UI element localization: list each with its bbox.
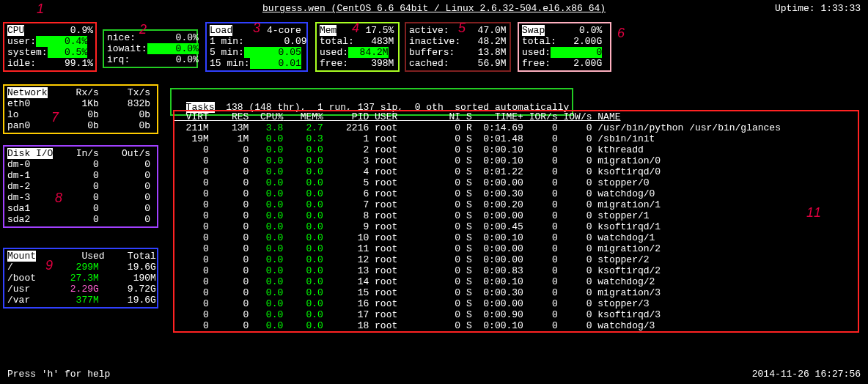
process-row[interactable]: 0 0 0.0 0.0 10 root 0 S 0:00.10 0 0 watc…: [174, 232, 858, 243]
uptime: Uptime: 1:33:33: [775, 3, 861, 14]
annotation-6: 6: [617, 26, 625, 41]
disk-row: dm-1 0 0: [7, 170, 154, 181]
cpu-title: CPU: [7, 25, 24, 36]
process-row[interactable]: 0 0 0.0 0.0 3 root 0 S 0:00.10 0 0 migra…: [174, 155, 858, 166]
process-row[interactable]: 0 0 0.0 0.0 12 root 0 S 0:00.00 0 0 stop…: [174, 254, 858, 265]
process-row[interactable]: 0 0 0.0 0.0 7 root 0 S 0:00.20 0 0 migra…: [174, 199, 858, 210]
process-row[interactable]: 0 0 0.0 0.0 17 root 0 S 0:00.90 0 0 ksof…: [174, 309, 858, 320]
network-header: Network Rx/s Tx/s: [7, 87, 154, 98]
disk-row: dm-0 0 0: [7, 159, 154, 170]
os-info: (CentOS 6.6 64bit / Linux 2.6.32-504.el6…: [331, 3, 606, 14]
network-row: lo 0b 0b: [7, 109, 154, 120]
mount-row: / 299M 19.6G: [7, 262, 154, 273]
process-row[interactable]: 0 0 0.0 0.0 9 root 0 S 0:00.45 0 0 ksoft…: [174, 221, 858, 232]
clock: 2014-11-26 16:27:56: [752, 369, 861, 380]
process-header: VIRT RES CPU% MEM% PID USER NI S TIME+ I…: [174, 111, 858, 122]
load-title: Load: [210, 25, 232, 36]
cpu-panel: CPU 0.9% user: 0.4% system: 0.5% idle: 9…: [3, 22, 97, 72]
annotation-1: 1: [37, 1, 44, 17]
annotation-8: 8: [55, 191, 62, 206]
process-row[interactable]: 19M 1M 0.0 0.3 1 root 0 S 0:01.48 0 0 /s…: [174, 133, 858, 144]
mem-title: Mem: [320, 25, 336, 36]
network-panel: Network Rx/s Tx/s eth0 1Kb 832blo 0b 0bp…: [3, 84, 158, 134]
process-row[interactable]: 0 0 0.0 0.0 18 root 0 S 0:00.10 0 0 watc…: [174, 320, 858, 331]
process-row[interactable]: 0 0 0.0 0.0 14 root 0 S 0:00.10 0 0 watc…: [174, 276, 858, 287]
disk-row: dm-2 0 0: [7, 181, 154, 192]
mount-row: /boot 27.3M 190M: [7, 273, 154, 284]
help-hint: Press 'h' for help: [7, 369, 110, 380]
annotation-2: 2: [139, 22, 147, 37]
disk-row: sda2 0 0: [7, 214, 154, 225]
process-row[interactable]: 0 0 0.0 0.0 11 root 0 S 0:00.00 0 0 migr…: [174, 243, 858, 254]
process-row[interactable]: 0 0 0.0 0.0 5 root 0 S 0:00.00 0 0 stopp…: [174, 177, 858, 188]
host-title: burgess.wen (CentOS 6.6 64bit / Linux 2.…: [262, 3, 606, 14]
process-row[interactable]: 0 0 0.0 0.0 2 root 0 S 0:00.10 0 0 kthre…: [174, 144, 858, 155]
process-row[interactable]: 0 0 0.0 0.0 6 root 0 S 0:00.30 0 0 watch…: [174, 188, 858, 199]
process-row[interactable]: 0 0 0.0 0.0 15 root 0 S 0:00.30 0 0 migr…: [174, 287, 858, 298]
swap-title: Swap: [522, 25, 545, 36]
process-row[interactable]: 0 0 0.0 0.0 13 root 0 S 0:00.83 0 0 ksof…: [174, 265, 858, 276]
annotation-7: 7: [51, 110, 59, 125]
process-list[interactable]: VIRT RES CPU% MEM% PID USER NI S TIME+ I…: [173, 110, 859, 333]
process-row[interactable]: 0 0 0.0 0.0 16 root 0 S 0:00.00 0 0 stop…: [174, 298, 858, 309]
process-row[interactable]: 0 0 0.0 0.0 4 root 0 S 0:01.22 0 0 ksoft…: [174, 166, 858, 177]
annotation-5: 5: [458, 21, 466, 36]
disk-row: sda1 0 0: [7, 203, 154, 214]
network-row: eth0 1Kb 832b: [7, 98, 154, 109]
annotation-9: 9: [45, 258, 53, 273]
swap-panel: Swap 0.0% total: 2.00G used: 0 free: 2.0…: [518, 22, 611, 72]
header: burgess.wen (CentOS 6.6 64bit / Linux 2.…: [0, 0, 868, 17]
disk-panel: Disk I/O In/s Out/s dm-0 0 0dm-1 0 0dm-2…: [3, 145, 158, 228]
annotation-11: 11: [806, 205, 821, 221]
mount-row: /usr 2.29G 9.72G: [7, 284, 154, 295]
hostname: burgess.wen: [262, 3, 326, 14]
annotation-4: 4: [352, 21, 359, 36]
mount-row: /var 377M 19.6G: [7, 295, 154, 306]
process-row[interactable]: 0 0 0.0 0.0 8 root 0 S 0:00.00 0 0 stopp…: [174, 210, 858, 221]
mount-header: Mount Used Total: [7, 251, 154, 262]
process-row[interactable]: 211M 13M 3.8 2.7 2216 root 0 R 0:14.69 0…: [174, 122, 858, 133]
network-row: pan0 0b 0b: [7, 120, 154, 131]
mount-panel: Mount Used Total / 299M 19.6G/boot 27.3M…: [3, 248, 158, 309]
disk-header: Disk I/O In/s Out/s: [7, 148, 154, 159]
cpu-extra-panel: nice: 0.0% iowait: 0.0% irq: 0.0%: [103, 29, 198, 68]
annotation-3: 3: [253, 21, 260, 36]
disk-row: dm-3 0 0: [7, 192, 154, 203]
